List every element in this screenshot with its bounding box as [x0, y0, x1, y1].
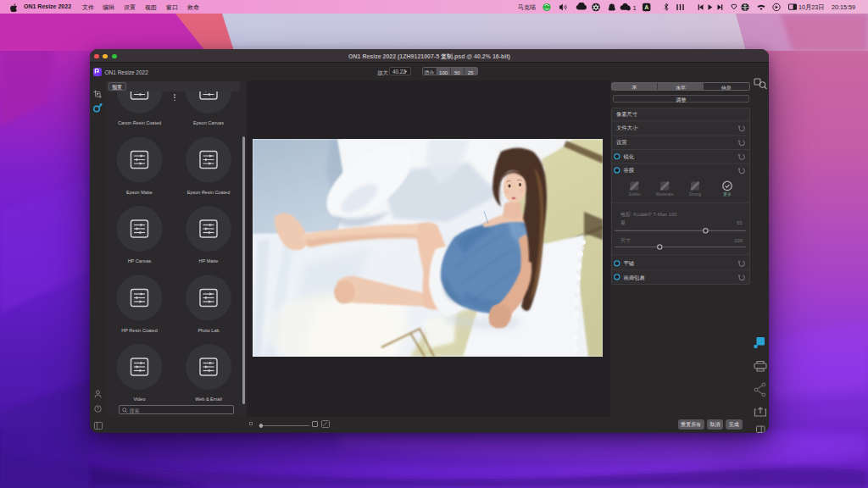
svg-text:文件大小: 文件大小 — [616, 125, 638, 130]
svg-text:HP Matte: HP Matte — [198, 258, 218, 263]
svg-text:?: ? — [97, 406, 99, 411]
svg-text:Moderate: Moderate — [656, 192, 674, 197]
svg-text:HP Canvas: HP Canvas — [127, 258, 151, 263]
svg-text:A: A — [644, 4, 648, 10]
svg-text:Photo Lab: Photo Lab — [198, 328, 219, 333]
svg-text:谷膜: 谷膜 — [623, 167, 635, 173]
svg-text:设置: 设置 — [616, 139, 627, 145]
svg-text:Subtle: Subtle — [628, 192, 640, 197]
svg-text:更多: 更多 — [723, 192, 732, 197]
svg-text:HP Resin Coated: HP Resin Coated — [121, 328, 157, 333]
svg-text:平铺: 平铺 — [624, 260, 635, 267]
svg-text:Epson Matte: Epson Matte — [126, 190, 153, 195]
svg-text:量: 量 — [620, 220, 626, 225]
svg-text:画廊包裹: 画廊包裹 — [624, 274, 645, 280]
svg-text:电影: Kodak® T-Max 100: 电影: Kodak® T-Max 100 — [620, 211, 677, 217]
svg-text:Web & Email: Web & Email — [195, 396, 222, 402]
svg-text:100: 100 — [734, 238, 743, 243]
svg-text:像素尺寸: 像素尺寸 — [616, 111, 637, 117]
svg-text:Video: Video — [133, 396, 145, 402]
svg-text:1: 1 — [633, 3, 637, 11]
svg-text:65: 65 — [737, 220, 743, 225]
svg-text:锐化: 锐化 — [623, 153, 635, 160]
svg-text:Epson Resin Coated: Epson Resin Coated — [186, 190, 229, 195]
svg-text:尺寸: 尺寸 — [620, 238, 631, 243]
svg-text:Canon Resin Coated: Canon Resin Coated — [117, 120, 160, 125]
svg-text:Epson Canvas: Epson Canvas — [193, 120, 224, 125]
svg-text:Strong: Strong — [689, 192, 701, 197]
